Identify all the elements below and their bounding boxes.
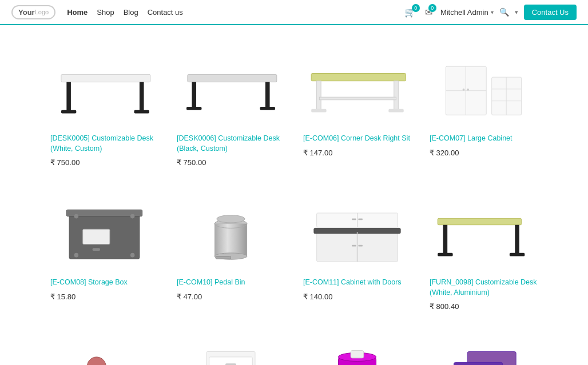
product-name[interactable]: [DESK0005] Customizable Desk (White, Cus… xyxy=(50,134,158,154)
svg-rect-53 xyxy=(510,253,525,256)
product-image xyxy=(303,336,411,365)
svg-rect-55 xyxy=(87,357,106,365)
svg-rect-0 xyxy=(61,74,150,82)
product-name[interactable]: [DESK0006] Customizable Desk (Black, Cus… xyxy=(177,134,285,154)
product-card xyxy=(425,330,542,365)
svg-rect-6 xyxy=(192,82,196,109)
product-image xyxy=(50,48,158,128)
nav-icons: 🛒 0 ✉ 0 xyxy=(404,7,432,18)
svg-rect-7 xyxy=(186,107,201,110)
svg-rect-31 xyxy=(83,229,110,244)
nav-shop[interactable]: Shop xyxy=(97,8,114,17)
logo-logo: Logo xyxy=(35,9,49,15)
mail-badge: 0 xyxy=(428,4,436,12)
product-name[interactable]: [E-COM07] Large Cabinet xyxy=(430,134,512,144)
product-image xyxy=(177,192,285,272)
cart-icon[interactable]: 🛒 0 xyxy=(404,7,416,18)
mail-icon[interactable]: ✉ 0 xyxy=(425,7,432,18)
svg-rect-8 xyxy=(265,82,270,109)
svg-rect-50 xyxy=(443,225,448,255)
svg-rect-52 xyxy=(438,253,452,256)
product-card: [DESK0005] Customizable Desk (White, Cus… xyxy=(46,42,163,175)
svg-rect-43 xyxy=(352,245,356,247)
product-card: [E-COM08] Storage Box ₹ 15.80 xyxy=(46,186,163,319)
search-button[interactable]: 🔍 xyxy=(499,7,509,17)
svg-rect-67 xyxy=(351,351,364,358)
contact-us-button[interactable]: Contact Us xyxy=(524,5,577,20)
product-card: [E-COM07] Large Cabinet ₹ 320.00 xyxy=(425,42,542,175)
svg-rect-10 xyxy=(311,73,406,81)
product-image xyxy=(50,192,158,272)
main-content: [DESK0005] Customizable Desk (White, Cus… xyxy=(0,25,588,365)
svg-rect-49 xyxy=(438,218,521,224)
product-card xyxy=(46,330,163,365)
svg-rect-47 xyxy=(352,218,356,220)
product-image xyxy=(430,192,538,272)
product-card: [FURN_0098] Customizable Desk (White, Al… xyxy=(425,186,542,319)
product-image xyxy=(303,48,411,128)
user-menu[interactable]: Mitchell Admin ▾ xyxy=(440,8,494,17)
product-card: [E-COM06] Corner Desk Right Sit ₹ 147.00 xyxy=(299,42,416,175)
product-name[interactable]: [E-COM11] Cabinet with Doors xyxy=(303,278,402,288)
svg-rect-51 xyxy=(515,225,519,255)
nav-blog[interactable]: Blog xyxy=(124,8,138,17)
product-grid: [DESK0005] Customizable Desk (White, Cus… xyxy=(46,42,542,365)
svg-rect-48 xyxy=(358,218,363,220)
svg-rect-11 xyxy=(317,81,321,111)
svg-rect-3 xyxy=(61,110,76,114)
svg-point-19 xyxy=(463,89,465,91)
svg-point-30 xyxy=(130,253,135,258)
product-image xyxy=(303,192,411,272)
product-name[interactable]: [E-COM10] Pedal Bin xyxy=(177,278,245,288)
product-image xyxy=(177,336,285,365)
logo-your: Your xyxy=(18,8,35,17)
user-dropdown-arrow: ▾ xyxy=(491,9,494,15)
product-card: [DESK0006] Customizable Desk (Black, Cus… xyxy=(172,42,289,175)
product-card: [E-COM11] Cabinet with Doors ₹ 140.00 xyxy=(299,186,416,319)
search-separator: ▾ xyxy=(515,9,518,16)
svg-point-27 xyxy=(74,214,79,219)
product-price: ₹ 800.40 xyxy=(430,302,459,311)
product-price: ₹ 15.80 xyxy=(50,292,76,301)
product-price: ₹ 140.00 xyxy=(303,292,332,301)
product-card xyxy=(172,330,289,365)
product-price: ₹ 320.00 xyxy=(430,149,459,157)
svg-point-20 xyxy=(467,89,469,91)
product-price: ₹ 750.00 xyxy=(50,158,80,167)
product-name[interactable]: [E-COM08] Storage Box xyxy=(50,278,128,288)
product-price: ₹ 147.00 xyxy=(303,149,332,157)
product-image xyxy=(177,48,285,128)
svg-rect-69 xyxy=(454,362,503,365)
product-image xyxy=(430,336,538,365)
product-card xyxy=(299,330,416,365)
product-image xyxy=(430,48,538,128)
svg-rect-15 xyxy=(319,97,396,100)
nav-home[interactable]: Home xyxy=(67,8,88,17)
svg-rect-9 xyxy=(260,107,275,110)
product-card: [E-COM10] Pedal Bin ₹ 47.00 xyxy=(172,186,289,319)
nav-links: Home Shop Blog Contact us xyxy=(67,8,404,17)
nav-contact-us[interactable]: Contact us xyxy=(148,8,183,17)
nav-right: Mitchell Admin ▾ 🔍 ▾ Contact Us xyxy=(440,5,577,20)
logo[interactable]: YourLogo xyxy=(11,5,55,19)
svg-rect-12 xyxy=(394,81,399,111)
svg-point-39 xyxy=(217,215,245,223)
svg-rect-44 xyxy=(358,245,363,247)
svg-rect-13 xyxy=(311,109,326,113)
svg-rect-4 xyxy=(134,110,149,114)
svg-rect-14 xyxy=(388,109,403,113)
svg-rect-1 xyxy=(66,82,71,112)
user-name: Mitchell Admin xyxy=(440,8,488,17)
product-price: ₹ 750.00 xyxy=(177,158,206,167)
navbar: YourLogo Home Shop Blog Contact us 🛒 0 ✉… xyxy=(0,0,588,25)
svg-rect-34 xyxy=(214,224,247,256)
svg-rect-37 xyxy=(216,256,231,259)
product-name[interactable]: [FURN_0098] Customizable Desk (White, Al… xyxy=(430,278,538,298)
svg-rect-5 xyxy=(188,74,277,82)
product-price: ₹ 47.00 xyxy=(177,292,202,301)
cart-badge: 0 xyxy=(412,4,420,12)
product-name[interactable]: [E-COM06] Corner Desk Right Sit xyxy=(303,134,410,144)
svg-point-28 xyxy=(130,214,135,219)
product-image xyxy=(50,336,158,365)
svg-rect-2 xyxy=(140,82,144,112)
